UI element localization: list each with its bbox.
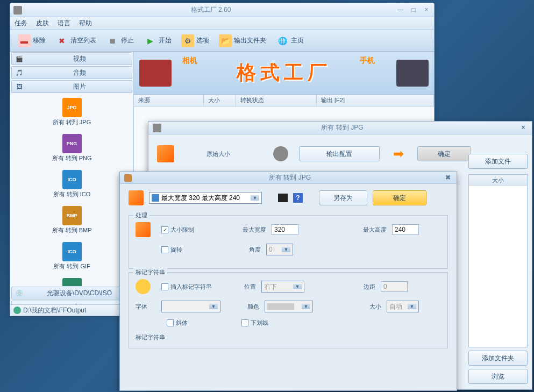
margin-input[interactable] xyxy=(381,281,408,292)
file-list[interactable]: 大小 xyxy=(468,174,528,347)
save-as-button[interactable]: 另存为 xyxy=(319,190,367,205)
window-title: 格式工厂 2.60 xyxy=(25,5,396,15)
format-png[interactable]: PNG所有 转到 PNG xyxy=(12,132,131,165)
size-limit-label: 大小限制 xyxy=(170,226,194,234)
rotate-checkbox[interactable] xyxy=(161,246,168,253)
menu-bar: 任务 皮肤 语言 帮助 xyxy=(10,17,434,30)
dialog2-close-button[interactable]: ✖ xyxy=(444,174,452,182)
position-label: 位置 xyxy=(244,283,256,291)
col-source[interactable]: 来源 xyxy=(134,95,204,106)
font-label: 字体 xyxy=(136,303,151,311)
banner-title: 格式工厂 xyxy=(237,60,331,86)
list-header: 来源 大小 转换状态 输出 [F2] xyxy=(134,95,434,106)
minimize-button[interactable]: — xyxy=(396,6,405,14)
format-ico[interactable]: ICO所有 转到 ICO xyxy=(12,168,131,201)
output-path-text: D:\我的文档\FFOutput xyxy=(23,306,86,315)
category-video[interactable]: 🎬视频 xyxy=(11,52,132,65)
dialog2-title: 所有 转到 JPG xyxy=(136,173,444,182)
console-icon xyxy=(278,194,288,202)
menu-task[interactable]: 任务 xyxy=(15,19,27,28)
jpg-icon xyxy=(157,145,174,162)
stop-button[interactable]: ⏹停止 xyxy=(103,33,137,48)
dialog2-title-bar[interactable]: 所有 转到 JPG ✖ xyxy=(120,172,457,184)
format-bmp[interactable]: BMP所有 转到 BMP xyxy=(12,204,131,237)
home-button[interactable]: 🌐主页 xyxy=(273,33,307,48)
max-height-label: 最大高度 xyxy=(363,226,387,234)
process-fieldset: 处理 ✓ 大小限制 最大宽度 最大高度 旋转 角度 0▼ xyxy=(129,215,448,269)
phone-icon xyxy=(396,60,429,87)
add-folder-button[interactable]: 添加文件夹 xyxy=(468,351,528,366)
margin-label: 边距 xyxy=(364,283,375,291)
output-config-button[interactable]: 输出配置 xyxy=(299,146,380,161)
watermark-legend: 标记字符串 xyxy=(133,268,167,276)
remove-button[interactable]: ▬移除 xyxy=(15,33,49,48)
dialog1-side-panel: 添加文件 大小 添加文件夹 浏览 xyxy=(468,154,528,384)
underline-label: 下划线 xyxy=(251,319,268,327)
position-combo[interactable]: 右下▼ xyxy=(261,281,304,293)
options-button[interactable]: ⚙选项 xyxy=(178,33,212,48)
font-combo[interactable]: ▼ xyxy=(161,301,220,312)
resize-icon xyxy=(136,222,151,237)
clear-button[interactable]: ✖清空列表 xyxy=(52,33,99,48)
dialog1-title: 所有 转到 JPG xyxy=(166,123,519,132)
browse-button[interactable]: 浏览 xyxy=(468,369,528,384)
category-audio[interactable]: 🎵音频 xyxy=(11,66,132,79)
watermark-fieldset: 标记字符串 插入标记字符串 位置 右下▼ 边距 字体 ▼ 颜色 ▼ 大小 自动▼… xyxy=(129,272,448,348)
col-size[interactable]: 大小 xyxy=(204,95,236,106)
title-bar[interactable]: 格式工厂 2.60 — □ × xyxy=(10,3,434,17)
start-button[interactable]: ▶开始 xyxy=(140,33,175,48)
menu-help[interactable]: 帮助 xyxy=(79,19,92,28)
sidebar: 🎬视频 🎵音频 🖼图片 JPG所有 转到 JPG PNG所有 转到 PNG IC… xyxy=(10,52,134,314)
format-gif[interactable]: ICO所有 转到 GIF xyxy=(12,240,131,273)
text-size-combo[interactable]: 自动▼ xyxy=(387,301,419,312)
dialog1-title-bar[interactable]: 所有 转到 JPG × xyxy=(148,122,532,134)
add-file-button[interactable]: 添加文件 xyxy=(468,154,528,169)
italic-label: 斜体 xyxy=(176,319,188,327)
format-jpg[interactable]: JPG所有 转到 JPG xyxy=(12,96,131,129)
help-icon[interactable]: ? xyxy=(293,193,303,203)
preset-icon xyxy=(129,190,144,205)
banner: 相机 格式工厂 手机 xyxy=(134,52,434,95)
angle-combo[interactable]: 0▼ xyxy=(266,244,293,255)
arrow-right-icon: ➡ xyxy=(390,147,407,160)
watermark-string-label: 标记字符串 xyxy=(136,333,165,341)
toolbar: ▬移除 ✖清空列表 ⏹停止 ▶开始 ⚙选项 📂输出文件夹 🌐主页 xyxy=(10,30,434,52)
color-label: 颜色 xyxy=(247,303,259,311)
gear-icon xyxy=(273,146,288,161)
max-width-label: 最大宽度 xyxy=(243,226,266,234)
angle-label: 角度 xyxy=(249,246,261,254)
watermark-icon xyxy=(136,279,151,294)
dialog1-ok-button[interactable]: 确定 xyxy=(417,146,471,161)
max-width-input[interactable] xyxy=(272,224,298,235)
preset-item-icon xyxy=(152,194,159,202)
category-picture[interactable]: 🖼图片 xyxy=(11,80,132,93)
underline-checkbox[interactable] xyxy=(241,319,248,326)
output-folder-button[interactable]: 📂输出文件夹 xyxy=(216,33,269,48)
category-cd-dvd[interactable]: 💿光驱设备\DVD\CD\ISO xyxy=(11,287,132,300)
format-list: JPG所有 转到 JPG PNG所有 转到 PNG ICO所有 转到 ICO B… xyxy=(10,94,133,286)
phone-label: 手机 xyxy=(360,56,375,66)
chevron-down-icon: ▼ xyxy=(251,195,259,201)
preset-combo[interactable]: 最大宽度 320 最大高度 240 ▼ xyxy=(149,192,262,204)
camera-label: 相机 xyxy=(182,56,197,66)
menu-skin[interactable]: 皮肤 xyxy=(36,19,49,28)
dialog1-icon xyxy=(153,124,161,132)
maximize-button[interactable]: □ xyxy=(409,6,418,14)
output-path-bar[interactable]: D:\我的文档\FFOutput xyxy=(10,304,134,316)
dialog2-ok-button[interactable]: 确定 xyxy=(373,190,426,205)
insert-watermark-checkbox[interactable] xyxy=(161,283,168,290)
format-tif[interactable]: TIFF所有 转到 TIF xyxy=(12,276,131,286)
max-height-input[interactable] xyxy=(392,224,419,235)
menu-language[interactable]: 语言 xyxy=(58,19,70,28)
size-limit-checkbox[interactable]: ✓ xyxy=(161,226,168,233)
rotate-label: 旋转 xyxy=(170,246,182,254)
app-icon xyxy=(13,6,22,15)
dialog1-close-button[interactable]: × xyxy=(519,124,528,132)
italic-checkbox[interactable] xyxy=(167,319,174,326)
text-size-label: 大小 xyxy=(369,303,381,311)
process-legend: 处理 xyxy=(133,211,149,219)
color-combo[interactable]: ▼ xyxy=(265,301,313,312)
close-button[interactable]: × xyxy=(422,6,431,14)
col-status[interactable]: 转换状态 xyxy=(236,95,317,106)
col-output[interactable]: 输出 [F2] xyxy=(317,95,434,106)
